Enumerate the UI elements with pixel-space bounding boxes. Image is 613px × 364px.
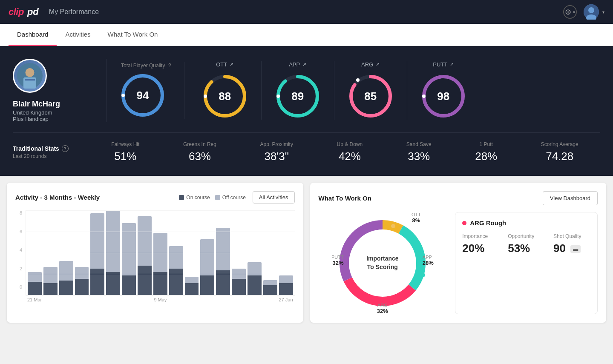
bar-on-course	[263, 285, 277, 295]
activity-panel: Activity - 3 Months - Weekly On course O…	[7, 183, 303, 323]
hero-top: Blair McHarg United Kingdom Plus Handica…	[13, 59, 600, 133]
svg-point-29	[344, 273, 348, 277]
all-activities-button[interactable]: All Activities	[253, 191, 295, 203]
bar-on-course	[169, 269, 183, 295]
bar-off-course	[169, 246, 183, 269]
bar-group	[232, 210, 246, 295]
donut-center-text: ImportanceTo Scoring	[366, 255, 398, 271]
main-score-value: 94	[137, 89, 149, 102]
svg-rect-6	[25, 79, 35, 81]
bar-off-course	[263, 280, 277, 285]
bar-off-course	[232, 269, 246, 279]
bar-off-course	[248, 262, 262, 275]
stat-scoring-label: Scoring Average	[541, 141, 578, 147]
opportunity-label: Opportunity	[508, 233, 545, 239]
legend-on-course: On course	[179, 195, 210, 201]
stat-sandsave: Sand Save 33%	[406, 141, 432, 163]
bar-group	[153, 210, 167, 295]
chart-bars	[26, 210, 295, 295]
donut-wrap: ImportanceTo Scoring OTT 8% APP 28%	[331, 212, 434, 314]
ott-value: 88	[219, 90, 231, 103]
bar-on-course	[28, 282, 42, 295]
avatar-icon	[584, 4, 599, 20]
y-label-2: 2	[20, 266, 22, 271]
ott-label: OTT ↗	[216, 61, 233, 68]
x-label-mar: 21 Mar	[27, 297, 42, 302]
player-info: Blair McHarg United Kingdom Plus Handica…	[13, 59, 106, 122]
quality-help-icon[interactable]: ?	[168, 63, 171, 69]
add-icon[interactable]: ⊕▾	[563, 5, 577, 19]
seg-label-putt: PUTT 32%	[331, 255, 344, 266]
bar-on-course	[122, 275, 136, 295]
putt-value: 98	[437, 90, 449, 103]
bar-group	[43, 210, 58, 295]
shot-quality-value: 90 ▬	[553, 242, 590, 255]
arg-seg-label: ARG	[377, 303, 388, 308]
app-value: 89	[291, 90, 304, 103]
bar-off-course	[153, 233, 167, 272]
score-card-putt: PUTT ↗ 98	[407, 61, 480, 120]
bar-on-course	[138, 266, 152, 295]
ott-circle: 88	[201, 73, 248, 120]
bar-group	[279, 210, 293, 295]
trad-title: Traditional Stats ?	[13, 145, 89, 152]
bar-on-course	[200, 275, 214, 295]
stat-fairways-value: 51%	[111, 150, 139, 163]
activity-title: Activity - 3 Months - Weekly	[15, 194, 100, 201]
info-card: ARG Rough Importance 20% Opportunity 53%…	[455, 212, 598, 314]
logo: clippd	[9, 6, 39, 17]
bar-group	[216, 210, 230, 295]
tab-activities[interactable]: Activities	[57, 24, 99, 46]
stat-sandsave-value: 33%	[406, 150, 432, 163]
bar-off-course	[138, 216, 152, 266]
bar-off-course	[43, 267, 58, 283]
view-dashboard-button[interactable]: View Dashboard	[543, 191, 598, 205]
bar-off-course	[28, 272, 42, 282]
app-seg-pct: 28%	[423, 260, 434, 266]
tab-what-to-work-on[interactable]: What To Work On	[99, 24, 167, 46]
trad-help-icon[interactable]: ?	[62, 145, 69, 152]
bar-on-course	[59, 281, 73, 295]
app-trend-icon: ↗	[302, 62, 306, 67]
bar-off-course	[75, 267, 89, 279]
stat-1putt-value: 28%	[475, 150, 497, 163]
trad-subtitle: Last 20 rounds	[13, 153, 89, 159]
bar-on-course	[232, 279, 246, 295]
putt-seg-label: PUTT	[331, 255, 344, 260]
ott-trend-icon: ↗	[230, 62, 233, 67]
putt-seg-pct: 32%	[331, 260, 344, 266]
arg-value: 85	[364, 90, 377, 103]
bar-on-course	[248, 275, 262, 295]
stat-sandsave-label: Sand Save	[406, 141, 432, 147]
bar-on-course	[216, 270, 230, 295]
on-course-dot	[179, 195, 184, 200]
app-seg-label: APP	[423, 255, 434, 260]
bar-on-course	[153, 272, 167, 295]
wtwon-panel: What To Work On View Dashboard	[310, 183, 607, 323]
bar-group	[248, 210, 262, 295]
svg-point-9	[121, 94, 125, 97]
chart-legend: On course Off course	[179, 195, 246, 201]
y-label-8: 8	[20, 210, 22, 215]
tab-dashboard[interactable]: Dashboard	[9, 24, 57, 46]
bar-group	[28, 210, 42, 295]
info-card-dot	[462, 221, 466, 225]
avatar[interactable]	[584, 4, 599, 20]
player-country: United Kingdom	[13, 109, 52, 116]
stat-greens: Greens In Reg 63%	[183, 141, 216, 163]
quality-main: Total Player Quality ? 94	[119, 62, 184, 119]
bar-off-course	[122, 223, 136, 275]
stat-fairways: Fairways Hit 51%	[111, 141, 139, 163]
bar-off-course	[216, 228, 230, 270]
y-axis: 8 6 4 2 0	[15, 210, 24, 289]
stat-updown-label: Up & Down	[337, 141, 363, 147]
chevron-down-icon: ▾	[602, 10, 604, 14]
bar-group	[59, 210, 73, 295]
wtwon-body: ImportanceTo Scoring OTT 8% APP 28%	[319, 212, 598, 314]
user-menu[interactable]: ▾	[584, 4, 604, 20]
wtwon-title: What To Work On	[319, 195, 371, 202]
importance-label: Importance	[462, 233, 499, 239]
player-handicap: Plus Handicap	[13, 116, 49, 122]
quality-section: Total Player Quality ? 94 OTT ↗	[106, 61, 600, 120]
bar-on-course	[185, 283, 199, 295]
